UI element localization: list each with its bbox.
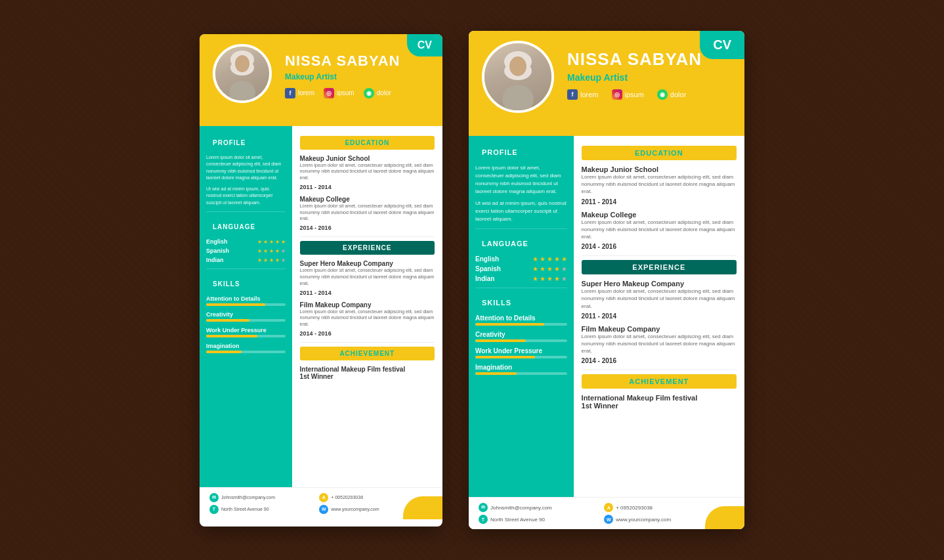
avatar-small [213, 44, 272, 103]
lang-indian-large: Indian ★ ★ ★ ★ ★ [475, 275, 567, 282]
skill-creativity-label-large: Creativity [475, 331, 567, 338]
lang-spanish-large: Spanish ★ ★ ★ ★ ★ [475, 265, 567, 272]
skill-pressure-small: Work Under Pressure [206, 327, 286, 337]
cv-tag-small: CV [407, 34, 442, 56]
exp-company1-year-large: 2011 - 2014 [582, 312, 737, 320]
education-heading-small: EDUCATION [300, 136, 435, 150]
profile-section-small: PROFILE Lorem ipsum dolor sit amet, cons… [206, 136, 286, 207]
edu-school2-name-large: Makeup College [582, 211, 737, 219]
language-heading-small: LANGUAGE [206, 221, 262, 233]
cv-title-small: Makeup Artist [285, 72, 429, 81]
edu-school1-small: Makeup Junior School Lorem ipsum dolor s… [300, 155, 435, 190]
wa-label-small: dolor [377, 89, 391, 97]
edu-school1-year-large: 2011 - 2014 [582, 198, 737, 205]
svg-point-3 [235, 55, 249, 72]
exp-company2-name-small: Film Makeup Company [300, 301, 435, 309]
cv-tag-large: CV [700, 31, 744, 59]
edu-school2-name-small: Makeup College [300, 196, 435, 203]
skill-imagination-bar-large [475, 372, 567, 375]
profile-text2-large: Ut wisi ad at minim ipsum, quis nostrud … [475, 200, 567, 223]
skill-pressure-bar-small [206, 335, 286, 337]
experience-heading-large: EXPERIENCE [582, 260, 737, 274]
exp-company2-year-large: 2014 - 2016 [582, 357, 737, 364]
experience-section-small: EXPERIENCE Super Hero Makeup Company Lor… [300, 241, 435, 337]
edu-school2-small: Makeup College Lorem ipsum dolor sit ame… [300, 196, 435, 231]
footer-phone-small: A + 09520293038 [319, 493, 426, 502]
exp-company2-small: Film Makeup Company Lorem ipsum dolor si… [300, 301, 435, 337]
social-instagram-large: ◎ ipsum [612, 89, 644, 100]
cv-right-large: EDUCATION Makeup Junior School Lorem ips… [574, 136, 744, 497]
edu-school1-desc-small: Lorem ipsum dolor sit amet, consecteuer … [300, 162, 435, 181]
footer-email-large: ✉ Johnsmith@company.com [479, 503, 601, 512]
experience-heading-small: EXPERIENCE [300, 241, 435, 255]
fb-icon-small: f [285, 88, 295, 98]
svg-point-9 [502, 85, 534, 110]
language-section-large: LANGUAGE English ★ ★ ★ ★ ★ Spanish ★ [475, 237, 567, 282]
svg-point-8 [509, 56, 526, 76]
exp-company1-desc-large: Lorem ipsum dolor sit amet, consecteuer … [582, 288, 737, 310]
cv-card-small: CV NISSA SABYAN Makeup Artist f lorem ◎ … [200, 34, 442, 527]
address-icon-small: T [209, 505, 219, 514]
footer-web-small: W www.yourcompany.com [319, 505, 426, 514]
wa-icon-large: ◉ [657, 89, 668, 100]
skill-creativity-bar-small [206, 319, 286, 322]
language-heading-large: LANGUAGE [475, 237, 535, 250]
social-whatsapp-small: ◉ dolor [364, 88, 391, 98]
social-whatsapp-large: ◉ dolor [657, 89, 686, 100]
ig-icon-small: ◎ [324, 88, 334, 98]
skills-section-small: SKILLS Attention to Details Creativity W… [206, 277, 286, 353]
cv-footer-large: ✉ Johnsmith@company.com A + 09520293038 … [469, 497, 744, 529]
skill-imagination-large: Imagination [475, 364, 567, 375]
skill-creativity-label-small: Creativity [206, 311, 286, 318]
cv-social-large: f lorem ◎ ipsum ◉ dolor [567, 89, 731, 100]
skill-pressure-label-large: Work Under Pressure [475, 347, 567, 355]
cv-social-small: f lorem ◎ ipsum ◉ dolor [285, 88, 429, 98]
cv-card-large: CV NISSA SABYAN Makeup Artist f lorem ◎ … [469, 31, 744, 529]
lang-indian-small: Indian ★ ★ ★ ★ ★ [206, 257, 286, 263]
skill-attention-large: Attention to Details [475, 314, 567, 326]
exp-company1-large: Super Hero Makeup Company Lorem ipsum do… [582, 280, 737, 320]
lang-english-label-large: English [475, 255, 505, 263]
ig-label-large: ipsum [625, 91, 644, 98]
achievement-heading-small: ACHIEVEMENT [300, 347, 435, 360]
cv-body-large: PROFILE Lorem ipsum dolor sit amet, cons… [469, 136, 744, 497]
skill-creativity-bar-large [475, 339, 567, 342]
cv-header-small: CV NISSA SABYAN Makeup Artist f lorem ◎ … [200, 34, 442, 126]
lang-english-large: English ★ ★ ★ ★ ★ [475, 255, 567, 263]
skill-creativity-small: Creativity [206, 311, 286, 322]
edu-school1-large: Makeup Junior School Lorem ipsum dolor s… [582, 165, 737, 205]
skills-heading-large: SKILLS [475, 296, 518, 309]
footer-email-small: ✉ Johnsmith@company.com [209, 493, 316, 502]
footer-phone-text-small: + 09520293038 [331, 495, 363, 500]
stars-indian-large: ★ ★ ★ ★ ★ [532, 275, 567, 282]
footer-phone-text-large: + 09520293038 [616, 505, 653, 511]
experience-section-large: EXPERIENCE Super Hero Makeup Company Lor… [582, 260, 737, 364]
exp-company1-desc-small: Lorem ipsum dolor sit amet, consecteuer … [300, 267, 435, 286]
email-icon-large: ✉ [479, 503, 488, 512]
exp-company2-desc-large: Lorem ipsum dolor sit amet, consecteuer … [582, 333, 737, 355]
stars-indian-small: ★ ★ ★ ★ ★ [257, 257, 286, 263]
lang-indian-label-small: Indian [206, 257, 236, 263]
achievement-heading-large: ACHIEVEMENT [582, 374, 737, 389]
edu-school2-large: Makeup College Lorem ipsum dolor sit ame… [582, 211, 737, 251]
skill-creativity-large: Creativity [475, 331, 567, 342]
exp-company1-name-small: Super Hero Makeup Company [300, 260, 435, 267]
web-icon-small: W [319, 505, 328, 514]
web-icon-large: W [604, 515, 613, 524]
social-facebook-small: f lorem [285, 88, 314, 98]
skill-attention-bar-small [206, 303, 286, 306]
avatar-large [482, 41, 554, 113]
achievement-section-small: ACHIEVEMENT International Makeup Film fe… [300, 347, 435, 380]
footer-email-text-small: Johnsmith@company.com [221, 495, 275, 500]
skill-attention-small: Attention to Details [206, 295, 286, 306]
cv-header-large: CV NISSA SABYAN Makeup Artist f lorem ◎ … [469, 31, 744, 136]
phone-icon-large: A [604, 503, 613, 512]
stars-english-large: ★ ★ ★ ★ ★ [532, 255, 567, 263]
skill-imagination-bar-small [206, 351, 286, 353]
skill-imagination-small: Imagination [206, 343, 286, 353]
lang-indian-label-large: Indian [475, 275, 505, 282]
profile-text1-large: Lorem ipsum dolor sit amet, consecteuer … [475, 164, 567, 196]
lang-english-small: English ★ ★ ★ ★ ★ [206, 238, 286, 245]
skill-attention-label-large: Attention to Details [475, 314, 567, 322]
edu-school1-name-small: Makeup Junior School [300, 155, 435, 162]
